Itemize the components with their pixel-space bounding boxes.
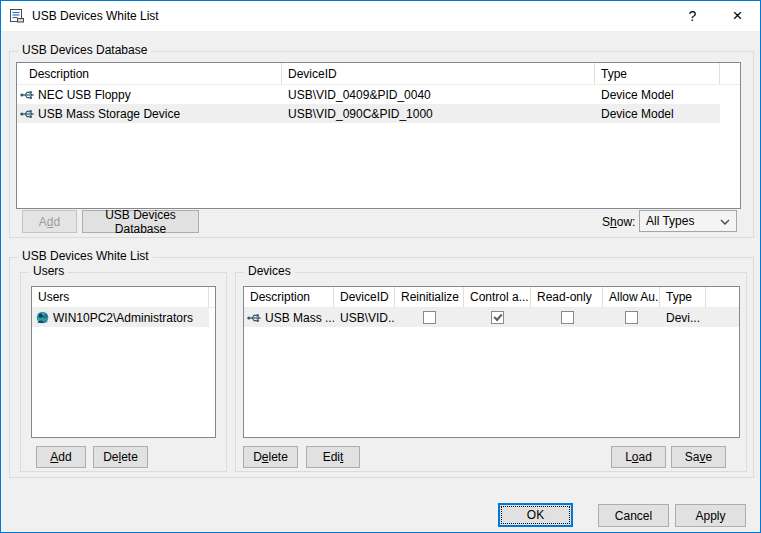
users-list-item[interactable]: WIN10PC2\Administrators (32, 308, 215, 327)
close-button[interactable]: × (715, 1, 760, 31)
cancel-button[interactable]: Cancel (598, 504, 669, 527)
database-table: Description DeviceID Type (16, 62, 741, 209)
usb-devices-database-button[interactable]: USB Devices Database (82, 210, 199, 233)
devices-group-label: Devices (244, 264, 295, 278)
whitelist-group-label: USB Devices White List (18, 249, 153, 263)
device-id: USB\VID_0409&PID_0040 (282, 85, 595, 104)
column-header-allow-audio[interactable]: Allow Au... (603, 287, 660, 307)
row-filler (706, 308, 739, 327)
device-type: Device Model (595, 85, 720, 104)
device-description: USB Mass Storage Device (38, 107, 180, 121)
column-header-description[interactable]: Description (17, 63, 282, 84)
column-header-type[interactable]: Type (595, 63, 720, 84)
users-delete-button[interactable]: Delete (93, 446, 148, 468)
database-table-header: Description DeviceID Type (17, 63, 740, 85)
show-type-value: All Types (646, 214, 694, 228)
devices-save-button[interactable]: Save (671, 446, 726, 468)
column-header-description[interactable]: Description (244, 287, 334, 307)
users-group-label: Users (29, 264, 68, 278)
allow-audio-checkbox[interactable] (625, 311, 638, 324)
users-group: Users Users (20, 272, 227, 472)
column-header-filler (209, 287, 215, 307)
database-group: USB Devices Database Description DeviceI… (9, 51, 754, 238)
column-header-deviceid[interactable]: DeviceID (334, 287, 395, 307)
column-header-reinitialize[interactable]: Reinitialize (395, 287, 464, 307)
devices-table-row[interactable]: USB Mass ... USB\VID... Devi... (244, 308, 739, 327)
devices-edit-button[interactable]: Edit (306, 446, 360, 468)
device-id: USB\VID_090C&PID_1000 (282, 104, 595, 123)
database-add-button[interactable]: Add (22, 210, 77, 233)
whitelist-group: USB Devices White List Users Users (9, 257, 754, 478)
reinitialize-checkbox[interactable] (423, 311, 436, 324)
column-header-users[interactable]: Users (32, 287, 209, 307)
device-description: NEC USB Floppy (38, 88, 131, 102)
control-as-checkbox[interactable] (491, 311, 504, 324)
users-list: Users (31, 286, 216, 438)
usb-whitelist-dialog: USB Devices White List ? × USB Devices D… (0, 0, 761, 533)
chevron-down-icon (720, 219, 730, 225)
device-type: Devi... (660, 308, 706, 327)
usb-device-icon (20, 108, 35, 120)
column-header-filler (706, 287, 739, 307)
devices-group: Devices Description DeviceID Reinitializ… (235, 272, 747, 472)
devices-table: Description DeviceID Reinitialize Contro… (243, 286, 740, 438)
usb-device-icon (247, 312, 262, 324)
device-id: USB\VID... (334, 308, 395, 327)
column-header-control-as[interactable]: Control a... (464, 287, 531, 307)
show-type-dropdown[interactable]: All Types (639, 210, 737, 232)
ok-button[interactable]: OK (498, 503, 573, 527)
device-type: Device Model (595, 104, 720, 123)
titlebar: USB Devices White List ? × (1, 1, 760, 31)
column-header-read-only[interactable]: Read-only (531, 287, 603, 307)
database-group-label: USB Devices Database (18, 43, 151, 57)
database-table-row[interactable]: USB Mass Storage Device USB\VID_090C&PID… (17, 104, 740, 123)
usb-device-icon (20, 89, 35, 101)
devices-load-button[interactable]: Load (611, 446, 666, 468)
show-label: Show: (602, 215, 635, 229)
devices-delete-button[interactable]: Delete (243, 446, 298, 468)
device-description: USB Mass ... (265, 311, 334, 325)
column-header-type[interactable]: Type (660, 287, 706, 307)
database-table-row[interactable]: NEC USB Floppy USB\VID_0409&PID_0040 Dev… (17, 85, 740, 104)
dialog-icon (9, 8, 25, 24)
help-button[interactable]: ? (670, 1, 715, 31)
window-title: USB Devices White List (32, 9, 159, 23)
read-only-checkbox[interactable] (561, 311, 574, 324)
user-name: WIN10PC2\Administrators (53, 311, 193, 325)
column-header-deviceid[interactable]: DeviceID (282, 63, 595, 84)
apply-button[interactable]: Apply (675, 504, 746, 527)
users-add-button[interactable]: Add (36, 446, 86, 468)
column-header-filler (720, 63, 740, 84)
user-group-icon (35, 311, 50, 324)
